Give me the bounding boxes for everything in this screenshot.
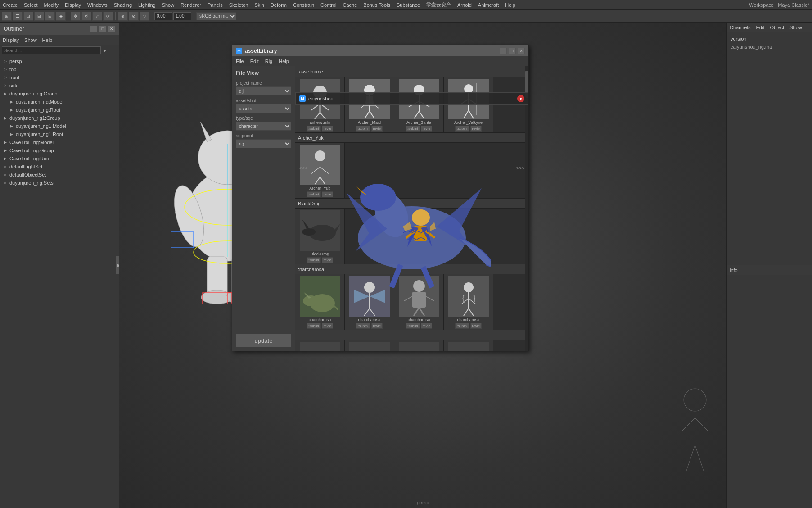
outliner-item-duy1-group[interactable]: ▶ duyanjuren_rig1:Group: [0, 114, 119, 122]
toolbar-btn-scale[interactable]: ⤢: [92, 12, 102, 21]
asset-card-diyaboluo[interactable]: diyaboluo :submi revie: [295, 340, 345, 351]
channels-menu-show[interactable]: Show: [789, 25, 802, 30]
outliner-item-front[interactable]: ▷ front: [0, 73, 119, 82]
toolbar-btn-6[interactable]: ◈: [56, 12, 66, 21]
outliner-item-duy-group[interactable]: ▶ duyanjuren_rig:Group: [0, 90, 119, 98]
toolbar-btn-1[interactable]: ⊞: [2, 12, 12, 21]
channels-menu-channels[interactable]: Channels: [730, 25, 750, 30]
menu-cache[interactable]: Cache: [343, 2, 357, 8]
menu-renderer[interactable]: Renderer: [180, 2, 201, 8]
menu-modify[interactable]: Modify: [44, 2, 59, 8]
toolbar-gamma[interactable]: sRGB gamma: [196, 12, 236, 20]
charcharosa3-submit[interactable]: :submi: [406, 323, 420, 329]
window-close[interactable]: ✕: [518, 48, 525, 54]
outliner-search-arrow[interactable]: ▼: [103, 48, 107, 53]
menu-show[interactable]: Show: [162, 2, 175, 8]
asset-card-charcharosa4[interactable]: { } charcharosa :submi revie: [444, 274, 493, 330]
outliner-item-cave-root[interactable]: ▶ CaveTroll_rig:Root: [0, 154, 119, 163]
menu-skin[interactable]: Skin: [254, 2, 264, 8]
menu-chinese[interactable]: 零壹云资产: [426, 1, 451, 8]
asset-menu-rig[interactable]: Rig: [265, 59, 273, 64]
archer-yuk-submit[interactable]: :submi: [307, 191, 321, 197]
asset-menu-help[interactable]: Help: [279, 59, 289, 64]
menu-help[interactable]: Help: [505, 2, 515, 8]
menu-substance[interactable]: Substance: [397, 2, 420, 8]
menu-windows[interactable]: Windows: [87, 2, 108, 8]
asset-grid-scroll[interactable]: anheiwushi :submi revie: [295, 77, 528, 351]
archer-maid-submit[interactable]: :submi: [356, 126, 370, 132]
menu-lighting[interactable]: Lighting: [138, 2, 156, 8]
charcharosa1-submit[interactable]: :submi: [307, 323, 321, 329]
outliner-minimize[interactable]: _: [90, 26, 97, 32]
outliner-item-side[interactable]: ▷ side: [0, 82, 119, 90]
asset-card-emotaozhuang[interactable]: EMoTaoZhuang :submi revie: [444, 340, 493, 351]
outliner-menu-help[interactable]: Help: [42, 37, 53, 43]
charcharosa2-submit[interactable]: :submi: [356, 323, 370, 329]
asset-menu-edit[interactable]: Edit: [250, 59, 259, 64]
window-maximize[interactable]: □: [509, 48, 516, 54]
outliner-item-default-light[interactable]: ○ defaultLightSet: [0, 163, 119, 171]
outliner-item-persp[interactable]: ▷ persp: [0, 57, 119, 65]
update-button[interactable]: update: [236, 334, 291, 347]
toolbar-btn-rotate[interactable]: ↺: [81, 12, 91, 21]
type-sge-select[interactable]: character: [236, 122, 291, 131]
asset-card-charcharosa3[interactable]: charcharosa :submi revie: [394, 274, 444, 330]
menu-display[interactable]: Display: [65, 2, 81, 8]
window-minimize[interactable]: _: [500, 48, 507, 54]
toolbar-btn-7[interactable]: ⟳: [103, 12, 113, 21]
outliner-item-duy1-model[interactable]: ▶ duyanjuren_rig1:Model: [0, 122, 119, 130]
asset-card-charcharosa2[interactable]: charcharosa :submi revie: [345, 274, 394, 330]
toolbar-btn-5[interactable]: ⊞: [45, 12, 55, 21]
archer-yuk-review[interactable]: revie: [322, 191, 333, 197]
toolbar-btn-3[interactable]: ⊡: [23, 12, 33, 21]
asset-shot-select[interactable]: assets: [236, 104, 291, 113]
menu-animcraft[interactable]: Animcraft: [478, 2, 499, 8]
outliner-maximize[interactable]: □: [99, 26, 106, 32]
toolbar-btn-4[interactable]: ⊟: [34, 12, 44, 21]
outliner-item-cave-model[interactable]: ▶ CaveTroll_rig:Model: [0, 138, 119, 146]
outliner-search-input[interactable]: [2, 46, 101, 54]
menu-panels[interactable]: Panels: [208, 2, 223, 8]
archer-valkyrie-review[interactable]: revie: [470, 126, 482, 132]
menu-select[interactable]: Select: [24, 2, 38, 8]
charcharosa2-review[interactable]: revie: [371, 323, 383, 329]
toolbar-btn-9[interactable]: ⊗: [129, 12, 139, 21]
asset-card-charcharosa1[interactable]: charcharosa :submi revie: [295, 274, 345, 330]
blackdrag-review[interactable]: revie: [322, 257, 333, 263]
menu-bonus-tools[interactable]: Bonus Tools: [363, 2, 390, 8]
outliner-item-default-obj[interactable]: ○ defaultObjectSet: [0, 171, 119, 179]
toolbar-btn-2[interactable]: ☰: [13, 12, 23, 21]
archer-valkyrie-submit[interactable]: :submi: [455, 126, 469, 132]
asset-menu-file[interactable]: File: [236, 59, 244, 64]
outliner-item-duy-root[interactable]: ▶ duyanjuren_rig:Root: [0, 106, 119, 114]
outliner-item-duy1-root[interactable]: ▶ duyanjuren_rig1:Root: [0, 130, 119, 138]
archer-santa-review[interactable]: revie: [421, 126, 432, 132]
toolbar-val1[interactable]: [154, 12, 172, 20]
charcharosa3-review[interactable]: revie: [421, 323, 432, 329]
anheiwushi-submit[interactable]: :submi: [307, 126, 321, 132]
asset-card-blackdrag[interactable]: BlackDrag :submi revie: [295, 209, 345, 264]
toolbar-btn-snap[interactable]: ⊕: [118, 12, 128, 21]
asset-card-doumaozhanshi[interactable]: doumaozhanshi :submi revie: [345, 340, 394, 351]
menu-deform[interactable]: Deform: [271, 2, 287, 8]
menu-constrain[interactable]: Constrain: [293, 2, 314, 8]
blackdrag-submit[interactable]: :submi: [307, 257, 321, 263]
charcharosa1-review[interactable]: revie: [322, 323, 333, 329]
anheiwushi-review[interactable]: revie: [322, 126, 333, 132]
project-name-select[interactable]: qiji: [236, 86, 291, 95]
toolbar-val2[interactable]: [173, 12, 191, 20]
nav-next-arrow[interactable]: >>>: [516, 165, 525, 171]
channels-menu-edit[interactable]: Edit: [756, 25, 764, 30]
outliner-item-duy-model[interactable]: ▶ duyanjuren_rig:Model: [0, 98, 119, 106]
menu-control[interactable]: Control: [320, 2, 336, 8]
menu-skeleton[interactable]: Skeleton: [229, 2, 248, 8]
toolbar-btn-move[interactable]: ✥: [71, 12, 81, 21]
scrollbar-track[interactable]: [525, 66, 528, 351]
menu-arnold[interactable]: Arnold: [457, 2, 472, 8]
menu-shading[interactable]: Shading: [114, 2, 132, 8]
outliner-item-top[interactable]: ▷ top: [0, 65, 119, 73]
archer-santa-submit[interactable]: :submi: [406, 126, 420, 132]
menu-create[interactable]: Create: [3, 2, 18, 8]
charcharosa4-submit[interactable]: :submi: [455, 323, 469, 329]
outliner-item-cave-group[interactable]: ▶ CaveTroll_rig:Group: [0, 146, 119, 154]
